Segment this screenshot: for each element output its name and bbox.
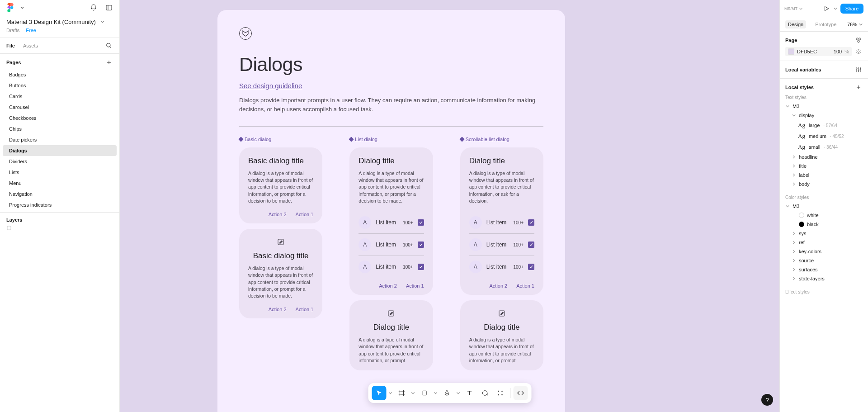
move-tool-chevron-icon[interactable] [387, 391, 393, 395]
page-item[interactable]: Dialogs [3, 145, 117, 156]
action-1-button[interactable]: Action 1 [296, 212, 314, 217]
guideline-link[interactable]: See design guideline [239, 82, 302, 90]
tab-prototype[interactable]: Prototype [812, 20, 839, 28]
checkbox-icon[interactable] [528, 242, 534, 248]
plan-label[interactable]: Free [26, 28, 36, 33]
color-style-group[interactable]: surfaces [785, 265, 863, 274]
page-item[interactable]: Carousel [3, 102, 117, 113]
action-1-button[interactable]: Action 1 [406, 283, 424, 289]
actions-tool-button[interactable] [493, 386, 507, 400]
page-item[interactable]: Progress indicators [3, 199, 117, 210]
color-style-group[interactable]: key-colors [785, 247, 863, 256]
action-2-button[interactable]: Action 2 [379, 283, 397, 289]
dialog-scroll-1[interactable]: Dialog title A dialog is a type of modal… [460, 147, 543, 295]
share-button[interactable]: Share [840, 4, 863, 14]
list-item[interactable]: AList item100+ [469, 234, 534, 256]
col-label-basic[interactable]: Basic dialog [239, 137, 322, 142]
text-style-group[interactable]: title [785, 161, 863, 170]
col-label-scroll[interactable]: Scrollable list dialog [460, 137, 543, 142]
dialog-list-2[interactable]: Dialog title A dialog is a type of modal… [349, 300, 433, 370]
frame-tool-chevron-icon[interactable] [410, 391, 416, 395]
list-item[interactable]: AList item100+ [359, 256, 424, 278]
layer-row-empty[interactable] [6, 223, 113, 234]
figma-logo[interactable] [6, 4, 14, 12]
page-item[interactable]: Lists [3, 167, 117, 178]
canvas[interactable]: Dialogs See design guideline Dialogs pro… [120, 0, 779, 412]
styles-icon[interactable] [854, 36, 863, 44]
panel-toggle-icon[interactable] [105, 4, 113, 12]
checkbox-icon[interactable] [528, 219, 534, 226]
checkbox-icon[interactable] [528, 264, 534, 270]
bell-icon[interactable] [90, 4, 98, 12]
sliders-icon[interactable] [854, 66, 863, 74]
help-button[interactable]: ? [761, 394, 773, 406]
color-style-group[interactable]: ref [785, 238, 863, 247]
list-item[interactable]: AList item100+ [359, 212, 424, 234]
move-tool-button[interactable] [372, 386, 386, 400]
present-icon[interactable] [822, 5, 830, 13]
artboard-dialogs[interactable]: Dialogs See design guideline Dialogs pro… [217, 10, 565, 412]
dialog-basic-2[interactable]: Basic dialog title A dialog is a type of… [239, 229, 322, 318]
list-item[interactable]: AList item100+ [469, 256, 534, 278]
page-item[interactable]: Checkboxes [3, 113, 117, 123]
text-style-item[interactable]: Agsmall · 36/44 [785, 142, 863, 152]
action-1-button[interactable]: Action 1 [296, 307, 314, 312]
text-style-group[interactable]: label [785, 170, 863, 180]
page-item[interactable]: Chips [3, 123, 117, 134]
dialog-scroll-2[interactable]: Dialog title A dialog is a type of modal… [460, 300, 543, 370]
text-style-item[interactable]: Aglarge · 57/64 [785, 120, 863, 131]
page-item[interactable]: Dividers [3, 156, 117, 167]
add-style-icon[interactable] [854, 83, 863, 91]
tab-file[interactable]: File [6, 42, 15, 50]
page-item[interactable]: Cards [3, 91, 117, 102]
zoom-dropdown[interactable]: 76% [847, 22, 863, 27]
page-color-field[interactable]: DFD5EC 100 % [785, 47, 852, 56]
list-item[interactable]: AList item100+ [359, 234, 424, 256]
dev-mode-button[interactable] [513, 386, 528, 400]
chevron-down-icon[interactable] [18, 4, 26, 12]
pen-tool-chevron-icon[interactable] [455, 391, 461, 395]
col-label-list[interactable]: List dialog [349, 137, 433, 142]
color-style-group[interactable]: sys [785, 229, 863, 238]
visibility-icon[interactable] [854, 47, 863, 56]
shape-tool-chevron-icon[interactable] [432, 391, 439, 395]
add-page-icon[interactable] [105, 58, 113, 66]
drafts-label[interactable]: Drafts [6, 28, 19, 33]
action-2-button[interactable]: Action 2 [489, 283, 507, 289]
text-style-item[interactable]: Agmedium · 45/52 [785, 131, 863, 142]
text-tool-button[interactable] [462, 386, 476, 400]
pen-tool-button[interactable] [439, 386, 454, 400]
action-2-button[interactable]: Action 2 [269, 307, 287, 312]
page-list[interactable]: BadgesButtonsCardsCarouselCheckboxesChip… [0, 69, 119, 212]
right-scroll[interactable]: Page DFD5EC 100 % Local variables Local … [780, 32, 868, 412]
project-chevron-icon[interactable] [99, 18, 107, 26]
frame-tool-button[interactable] [394, 386, 409, 400]
list-item[interactable]: AList item100+ [469, 212, 534, 234]
tree-m3-color[interactable]: M3 [785, 202, 863, 211]
tree-display[interactable]: display [785, 111, 863, 120]
color-style-item[interactable]: white [785, 211, 863, 220]
tab-assets[interactable]: Assets [23, 42, 38, 50]
tree-m3[interactable]: M3 [785, 102, 863, 111]
text-style-group[interactable]: body [785, 180, 863, 189]
text-style-group[interactable]: headline [785, 152, 863, 161]
tab-design[interactable]: Design [785, 20, 806, 28]
search-icon[interactable] [105, 42, 113, 50]
page-item[interactable]: Date pickers [3, 134, 117, 145]
project-short-dropdown[interactable]: MS/MT [784, 6, 802, 11]
checkbox-icon[interactable] [418, 264, 424, 270]
checkbox-icon[interactable] [418, 242, 424, 248]
action-1-button[interactable]: Action 1 [516, 283, 534, 289]
page-item[interactable]: Menu [3, 178, 117, 189]
checkbox-icon[interactable] [418, 219, 424, 226]
color-style-item[interactable]: black [785, 220, 863, 229]
color-style-group[interactable]: source [785, 256, 863, 265]
page-item[interactable]: Navigation [3, 189, 117, 199]
page-item[interactable]: Badges [3, 69, 117, 80]
page-item[interactable]: Buttons [3, 80, 117, 91]
shape-tool-button[interactable] [417, 386, 431, 400]
color-style-group[interactable]: state-layers [785, 274, 863, 283]
present-chevron-icon[interactable] [833, 5, 838, 13]
comment-tool-button[interactable] [477, 386, 492, 400]
dialog-basic-1[interactable]: Basic dialog title A dialog is a type of… [239, 147, 322, 223]
